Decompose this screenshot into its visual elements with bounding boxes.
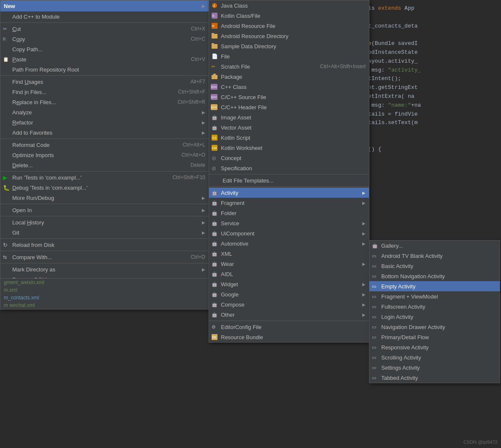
svg-rect-7 [212,33,214,34]
menu-item-google[interactable]: 🤖 Google ▶ [209,289,369,299]
menu-item-find-in-files[interactable]: Find in Files... Ctrl+Shift+F [0,87,209,97]
menu-item-kotlin-class[interactable]: K Kotlin Class/File [209,11,369,21]
menu-item-service[interactable]: 🤖 Service ▶ [209,218,369,228]
menu-item-label: Git [12,230,198,236]
shortcut-label: Ctrl+Shift+F [178,89,205,95]
menu-item-optimize-imports[interactable]: Optimize Imports Ctrl+Alt+O [0,150,209,160]
menu-item-vector-asset[interactable]: 🤖 Vector Asset [209,122,369,133]
menu-separator [209,321,369,321]
menu-item-gallery[interactable]: 🤖 Gallery... [369,241,500,251]
menu-item-fullscreen-activity[interactable]: ▭ Fullscreen Activity [369,301,500,312]
cut-icon: ✂ [3,26,7,32]
menu-item-fragment-viewmodel[interactable]: ▭ Fragment + ViewModel [369,291,500,301]
menu-item-label: Login Activity [381,314,496,320]
menu-separator [0,138,209,139]
menu-item-xml[interactable]: 🤖 XML [209,249,369,259]
menu-item-compare-with[interactable]: ⇆ Compare With... Ctrl+D [0,252,209,262]
menu-item-add-to-favorites[interactable]: Add to Favorites ▶ [0,127,209,138]
menu-item-automotive[interactable]: 🤖 Automotive ▶ [209,238,369,249]
menu-item-label: UiComponent [221,230,359,237]
menu-item-copy-path[interactable]: Copy Path... [0,44,209,54]
menu-item-debug-tests[interactable]: 🐛 Debug 'Tests in 'com.exampl...' [0,183,209,193]
menu-separator [209,186,369,187]
menu-item-scrolling-activity[interactable]: ▭ Scrolling Activity [369,352,500,362]
menu-item-delete[interactable]: Delete... Delete [0,160,209,170]
menu-item-empty-activity[interactable]: ▭ Empty Activity [369,281,500,291]
menu-item-local-history[interactable]: Local History ▶ [0,217,209,227]
menu-item-wear[interactable]: 🤖 Wear ▶ [209,259,369,269]
menu-item-run-tests[interactable]: ▶ Run 'Tests in 'com.exampl...' Ctrl+Shi… [0,172,209,183]
menu-item-label: Fullscreen Activity [381,304,496,310]
menu-item-tabbed-activity[interactable]: ▭ Tabbed Activity [369,373,500,383]
menu-item-fragment[interactable]: 🤖 Fragment ▶ [209,198,369,208]
menu-item-label: Concept [221,155,366,161]
svg-rect-11 [213,74,216,75]
menu-item-scratch-file[interactable]: ✏ Scratch File Ctrl+Alt+Shift+Insert [209,61,369,72]
phone-icon: ▭ [372,274,376,279]
menu-item-paste[interactable]: 📋 Paste Ctrl+V [0,54,209,64]
menu-item-android-res-dir[interactable]: Android Resource Directory [209,31,369,41]
menu-item-copy[interactable]: ⎘ Copy Ctrl+C [0,34,209,44]
editorconfig-icon: ⚙ [212,324,216,330]
submenu-arrow: ▶ [362,302,366,307]
submenu-arrow: ▶ [202,230,205,235]
menu-item-editorconfig[interactable]: ⚙ EditorConfig File [209,322,369,332]
menu-item-label: Cut [12,26,182,32]
menu-item-other[interactable]: 🤖 Other ▶ [209,310,369,320]
menu-item-file[interactable]: 📄 File [209,51,369,61]
menu-item-basic-activity[interactable]: ▭ Basic Activity [369,261,500,271]
menu-item-primary-detail-flow[interactable]: ▭ Primary/Detail Flow [369,332,500,342]
menu-item-compose[interactable]: 🤖 Compose ▶ [209,299,369,310]
menu-item-add-cpp[interactable]: Add C++ to Module [0,11,209,22]
concept-icon: ⊘ [212,155,216,161]
menu-item-replace-in-files[interactable]: Replace in Files... Ctrl+Shift+R [0,97,209,107]
menu-item-settings-activity[interactable]: ▭ Settings Activity [369,362,500,373]
menu-item-specification[interactable]: ⊘ Specification [209,163,369,173]
android-ui-icon: 🤖 [212,231,217,236]
menu-item-reformat-code[interactable]: Reformat Code Ctrl+Alt+L [0,140,209,150]
menu-item-android-res-file[interactable]: R Android Resource File [209,21,369,31]
menu-item-aidl[interactable]: 🤖 AIDL [209,269,369,279]
menu-item-cpp-header[interactable]: C++ C/C++ Header File [209,102,369,112]
menu-item-folder[interactable]: 🤖 Folder [209,208,369,218]
menu-header-new[interactable]: New ▶ [0,0,209,11]
menu-item-bottom-nav-activity[interactable]: ▭ Bottom Navigation Activity [369,271,500,281]
menu-item-mark-directory[interactable]: Mark Directory as ▶ [0,264,209,274]
menu-item-label: Package [221,74,366,80]
menu-item-java-class[interactable]: J Java Class [209,0,369,11]
phone-icon: ▭ [372,324,376,330]
menu-item-open-in[interactable]: Open In ▶ [0,205,209,215]
menu-item-nav-drawer-activity[interactable]: ▭ Navigation Drawer Activity [369,322,500,332]
submenu-arrow: ▶ [362,231,366,236]
menu-item-cut[interactable]: ✂ Cut Ctrl+X [0,24,209,34]
menu-item-label: Tabbed Activity [381,375,496,381]
submenu-arrow: ▶ [362,191,366,195]
menu-item-edit-file-templates[interactable]: Edit File Templates... [209,175,369,185]
menu-item-find-usages[interactable]: Find Usages Alt+F7 [0,77,209,87]
menu-item-ui-component[interactable]: 🤖 UiComponent ▶ [209,228,369,238]
menu-item-image-asset[interactable]: 🤖 Image Asset [209,112,369,122]
menu-item-reload-from-disk[interactable]: ↻ Reload from Disk [0,240,209,250]
menu-item-activity[interactable]: 🤖 Activity ▶ [209,188,369,198]
kotlin-icon: K [212,13,217,19]
menu-item-refactor[interactable]: Refactor ▶ [0,117,209,127]
menu-item-git[interactable]: Git ▶ [0,227,209,238]
phone-icon: ▭ [372,355,376,360]
menu-item-path-from-repo[interactable]: Path From Repository Root [0,64,209,75]
menu-item-android-tv-blank[interactable]: ▭ Android TV Blank Activity [369,251,500,261]
menu-item-widget[interactable]: 🤖 Widget ▶ [209,279,369,289]
menu-item-responsive-activity[interactable]: ▭ Responsive Activity [369,342,500,352]
menu-item-more-run-debug[interactable]: More Run/Debug ▶ [0,193,209,203]
menu-item-login-activity[interactable]: ▭ Login Activity [369,312,500,322]
menu-item-kotlin-script[interactable]: KS Kotlin Script [209,133,369,143]
menu-item-concept[interactable]: ⊘ Concept [209,153,369,163]
menu-item-sample-data-dir[interactable]: Sample Data Directory [209,41,369,51]
menu-item-resource-bundle[interactable]: RB Resource Bundle [209,332,369,342]
menu-item-kotlin-worksheet[interactable]: KW Kotlin Worksheet [209,143,369,153]
shortcut-label: Ctrl+X [191,26,205,32]
menu-item-label: Fragment [221,200,359,206]
menu-item-cpp-source[interactable]: C++ C/C++ Source File [209,92,369,102]
menu-item-analyze[interactable]: Analyze ▶ [0,107,209,117]
menu-item-package[interactable]: Package [209,72,369,82]
menu-item-cpp-class[interactable]: C++ C++ Class [209,82,369,92]
